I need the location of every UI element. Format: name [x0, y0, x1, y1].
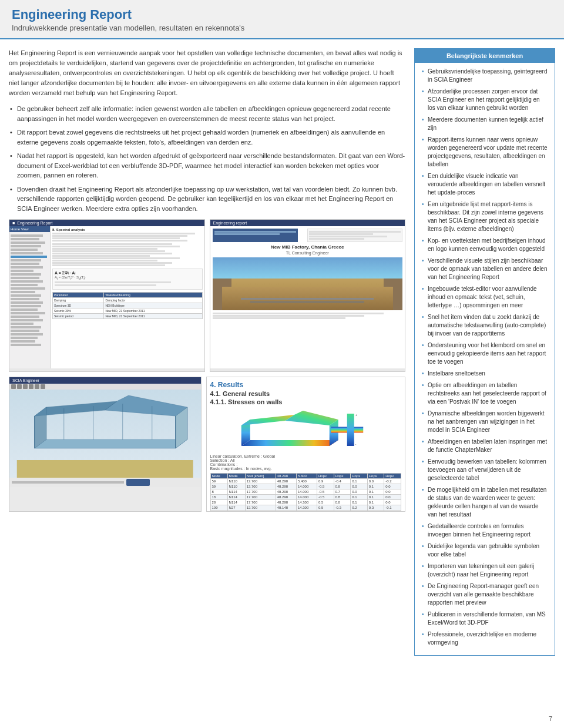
screenshot-1-content: 8. Spectral analysis: [51, 226, 204, 368]
list-item: Instelbare sneltoetsen: [421, 370, 549, 378]
svg-text:-: -: [355, 442, 356, 446]
results-table: Node Mode Nsd [kN/m] 48.298 5.600 Hopx H…: [210, 473, 402, 512]
screenshot-2-header: Engineering report: [210, 220, 405, 226]
page: Engineering Report Indrukwekkende presen…: [0, 0, 564, 728]
list-item: Gedetailleerde controles en formules inv…: [421, 522, 549, 539]
page-title: Engineering Report: [12, 7, 552, 22]
screenshot-1: ■Engineering Report Home View: [9, 219, 205, 372]
list-item: Snel het item vinden dat u zoekt dankzij…: [421, 313, 549, 338]
screenshot-1-sidebar: Home View: [9, 226, 51, 368]
screenshot-2-content: New MIB Factory, Chania Greece TL Consul…: [210, 226, 405, 368]
svg-rect-0: [17, 460, 193, 478]
svg-marker-15: [241, 440, 338, 446]
svg-rect-21: [347, 414, 354, 446]
page-header: Engineering Report Indrukwekkende presen…: [0, 0, 564, 39]
results-subsubheading: 4.1.1. Stresses on walls: [210, 398, 402, 405]
list-item: Professionele, overzichtelijke en modern…: [421, 630, 549, 647]
list-item: Afzonderlijke processen zorgen ervoor da…: [421, 88, 549, 112]
list-item: Kop- en voetteksten met bedrijfseigen in…: [421, 237, 549, 253]
list-item: De Engineering Report-manager geeft een …: [421, 582, 549, 607]
screenshots-row-bottom: SCIA Engineer: [9, 377, 405, 512]
calc-info: Linear calculation, Extreme : Global Sel…: [210, 454, 402, 471]
list-item: Duidelijke legenda van gebruikte symbole…: [421, 542, 549, 559]
list-item: De mogelijkheid om in tabellen met resul…: [421, 486, 549, 519]
svg-marker-1: [35, 440, 187, 448]
page-subtitle: Indrukwekkende presentatie van modellen,…: [12, 24, 552, 32]
screenshot-1-body: Home View: [9, 226, 204, 368]
results-heading: 4. Results: [210, 381, 402, 389]
list-item: Optie om afbeeldingen en tabellen rechts…: [421, 381, 549, 406]
features-panel: Belangrijkste kenmerken Gebruiksvriendel…: [414, 48, 555, 656]
list-item: Gebruiksvriendelijke toepassing, geïnteg…: [421, 68, 549, 84]
right-column: Belangrijkste kenmerken Gebruiksvriendel…: [414, 48, 555, 656]
list-item: Publiceren in verschillende formaten, va…: [421, 610, 549, 627]
main-content: Het Engineering Report is een vernieuwen…: [0, 39, 564, 662]
list-item: Ondersteuning voor het klembord om snel …: [421, 341, 549, 366]
list-item: Nadat het rapport is opgesteld, kan het …: [9, 151, 405, 180]
list-item: Verschillende visuele stijlen zijn besch…: [421, 257, 549, 281]
features-list: Gebruiksvriendelijke toepassing, geïnteg…: [415, 63, 555, 655]
screenshot-results: 4. Results 4.1. General results 4.1.1. S…: [206, 377, 406, 512]
results-content: 4. Results 4.1. General results 4.1.1. S…: [210, 381, 402, 512]
list-item: Dit rapport bevat zowel gegevens die rec…: [9, 128, 405, 147]
features-panel-header: Belangrijkste kenmerken: [415, 49, 555, 63]
list-item: Een uitgebreide lijst met rapport-items …: [421, 200, 549, 233]
bullet-section: De gebruiker beheert zelf alle informati…: [9, 104, 405, 213]
list-item: Een duidelijke visuele indicatie van ver…: [421, 172, 549, 197]
intro-paragraph: Het Engineering Report is een vernieuwen…: [9, 48, 405, 98]
results-subheading: 4.1. General results: [210, 390, 402, 397]
screenshot-3d: SCIA Engineer: [9, 377, 202, 512]
list-item: Bovendien draait het Engineering Report …: [9, 184, 405, 214]
svg-marker-5: [105, 395, 187, 416]
svg-text:+: +: [355, 413, 357, 417]
list-item: Ingebouwde tekst-editor voor aanvullende…: [421, 285, 549, 310]
list-item: Meerdere documenten kunnen tegelijk acti…: [421, 116, 549, 132]
list-item: De gebruiker beheert zelf alle informati…: [9, 104, 405, 123]
heatmap-container: + -: [210, 408, 402, 452]
list-item: Importeren van tekeningen uit een galeri…: [421, 562, 549, 579]
screenshot-1-header: ■Engineering Report: [9, 220, 204, 226]
screenshot-2: Engineering report: [210, 219, 406, 372]
3d-viewport: [9, 390, 201, 478]
page-number: 7: [549, 715, 552, 722]
svg-marker-4: [35, 401, 117, 416]
left-column: Het Engineering Report is een vernieuwen…: [9, 48, 405, 656]
list-item: Afbeeldingen en tabellen laten inspringe…: [421, 438, 549, 454]
list-item: Eenvoudig bewerken van tabellen: kolomme…: [421, 458, 549, 482]
screenshots-row-top: ■Engineering Report Home View: [9, 219, 405, 372]
bullet-list: De gebruiker beheert zelf alle informati…: [9, 104, 405, 213]
list-item: Dynamische afbeeldingen worden bijgewerk…: [421, 410, 549, 434]
svg-marker-19: [285, 411, 338, 425]
list-item: Rapport-items kunnen naar wens opnieuw w…: [421, 136, 549, 169]
